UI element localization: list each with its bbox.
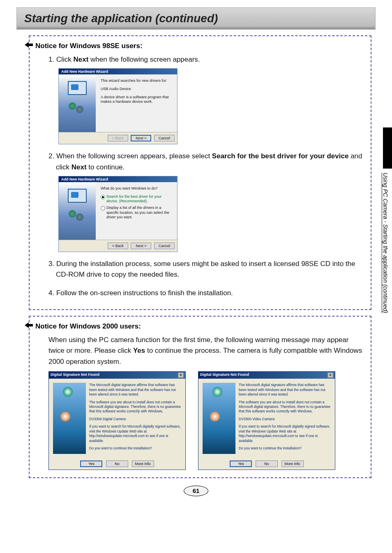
- wizard-screenshot-2: Add New Hardware Wizard What do you want…: [58, 176, 178, 252]
- step2-post: to continue.: [87, 163, 125, 171]
- dsig1-text: The Microsoft digital signature affirms …: [89, 383, 181, 454]
- dsig1-device: DV3300 Digital Camera: [89, 417, 181, 421]
- pointing-hand-icon: [24, 41, 34, 49]
- dsig2-titlebar: Digital Signature Not Found ×: [198, 372, 335, 379]
- dsig-row: Digital Signature Not Found × The Micros…: [48, 371, 365, 470]
- side-tab-label: Using PC Camera - Starting the applicati…: [382, 173, 389, 313]
- dsig2-moreinfo-button[interactable]: More Info: [281, 460, 304, 467]
- step-3: 3. During the installation process, some…: [48, 259, 365, 280]
- dsig2-graphic: [203, 383, 235, 454]
- page-title-bar: Starting the application (continued): [16, 7, 376, 30]
- step1-pre: 1. Click: [48, 56, 73, 63]
- wizard2-option-1[interactable]: Search for the best driver for your devi…: [101, 194, 172, 204]
- wizard-screenshot-1: Add New Hardware Wizard This wizard sear…: [58, 68, 178, 144]
- dsig1-title: Digital Signature Not Found: [51, 373, 99, 378]
- dsig2-p4: Do you want to continue the installation…: [239, 446, 331, 451]
- step2-bold1: Search for the best driver for your devi…: [212, 152, 349, 160]
- dsig1-body: The Microsoft digital signature affirms …: [49, 379, 185, 458]
- wizard2-sidebar: [59, 182, 96, 240]
- close-icon[interactable]: ×: [327, 373, 333, 378]
- notice-98se-header: Notice for Windows 98SE users:: [35, 42, 365, 50]
- wizard2-buttonbar: < Back Next > Cancel: [59, 240, 177, 252]
- wizard1-body: This wizard searches for new drivers for…: [59, 74, 177, 132]
- monitor-icon: [68, 189, 87, 203]
- notice-2000-block: Notice for Windows 2000 users: When usin…: [29, 316, 371, 478]
- dsig1-titlebar: Digital Signature Not Found ×: [49, 372, 185, 379]
- dsig2-yes-button[interactable]: Yes: [230, 460, 252, 467]
- step1-bold: Next: [73, 56, 88, 63]
- page-title: Starting the application (continued): [24, 12, 368, 25]
- dsig2-device: DV3300 Video Camera: [239, 417, 331, 421]
- dsig1-moreinfo-button[interactable]: More Info: [132, 460, 154, 467]
- step-1: 1. Click Next when the following screen …: [48, 54, 365, 65]
- dsig-dialog-1: Digital Signature Not Found × The Micros…: [48, 371, 186, 470]
- dsig1-p3: If you want to search for Microsoft digi…: [89, 424, 181, 443]
- wizard2-content: What do you want Windows to do? Search f…: [96, 182, 177, 240]
- dsig1-no-button[interactable]: No: [106, 460, 128, 467]
- step2-bold2: Next: [71, 163, 87, 171]
- dsig2-p3: If you want to search for Microsoft digi…: [239, 424, 331, 443]
- step-2: 2. When the following screen appears, pl…: [48, 151, 365, 173]
- dsig-dialog-2: Digital Signature Not Found × The Micros…: [198, 371, 335, 470]
- dsig2-text: The Microsoft digital signature affirms …: [239, 383, 331, 454]
- wizard1-buttonbar: < Back Next > Cancel: [59, 132, 177, 144]
- n2000-bold: Yes: [133, 347, 145, 354]
- dsig1-buttonbar: Yes No More Info: [49, 458, 185, 470]
- wizard2-back-button[interactable]: < Back: [108, 243, 128, 249]
- wizard1-cancel-button[interactable]: Cancel: [154, 135, 175, 141]
- dsig2-body: The Microsoft digital signature affirms …: [198, 379, 335, 458]
- dsig1-graphic: [53, 383, 86, 454]
- step-4: 4. Follow the on-screen instructions to …: [48, 288, 365, 298]
- step2-pre: 2. When the following screen appears, pl…: [48, 152, 212, 160]
- wizard1-content: This wizard searches for new drivers for…: [96, 74, 177, 132]
- dsig1-p4: Do you want to continue the installation…: [89, 446, 181, 451]
- dsig1-p2: The software you are about to install do…: [89, 400, 181, 414]
- side-tab: Using PC Camera - Starting the applicati…: [376, 127, 392, 382]
- wizard1-line1: This wizard searches for new drivers for…: [101, 79, 172, 83]
- dsig1-yes-button[interactable]: Yes: [80, 460, 102, 467]
- dsig2-p1: The Microsoft digital signature affirms …: [239, 383, 331, 397]
- notice-98se-block: Notice for Windows 98SE users: 1. Click …: [29, 35, 371, 310]
- dsig2-buttonbar: Yes No More Info: [198, 458, 335, 470]
- wizard2-prompt: What do you want Windows to do?: [101, 186, 172, 191]
- wizard1-title: Add New Hardware Wizard: [59, 69, 177, 74]
- wizard2-cancel-button[interactable]: Cancel: [154, 243, 175, 249]
- gears-icon: [67, 102, 88, 115]
- notice-2000-body: When using the PC camera function for th…: [48, 335, 365, 367]
- wizard2-body: What do you want Windows to do? Search f…: [59, 182, 177, 240]
- dsig2-p2: The software you are about to install do…: [239, 400, 331, 414]
- notice-2000-header: Notice for Windows 2000 users:: [35, 322, 365, 331]
- page-number: 61: [184, 486, 208, 496]
- wizard1-line2: A device driver is a software program th…: [101, 95, 172, 104]
- dsig2-title: Digital Signature Not Found: [200, 373, 249, 378]
- wizard2-option-2[interactable]: Display a list of all the drivers in a s…: [101, 206, 172, 220]
- side-tab-marker: [383, 127, 392, 169]
- wizard2-title: Add New Hardware Wizard: [59, 176, 177, 182]
- page-number-container: 61: [0, 486, 392, 496]
- step1-post: when the following screen appears.: [88, 56, 200, 63]
- wizard2-next-button[interactable]: Next >: [131, 243, 151, 249]
- monitor-icon: [68, 81, 87, 95]
- wizard1-sidebar: [59, 74, 96, 132]
- dsig1-p1: The Microsoft digital signature affirms …: [89, 383, 181, 397]
- gears-icon: [67, 210, 88, 222]
- dsig2-no-button[interactable]: No: [256, 460, 278, 467]
- pointing-hand-icon: [24, 322, 34, 329]
- wizard1-device: USB Audio Device: [101, 87, 172, 92]
- wizard1-next-button[interactable]: Next >: [131, 135, 151, 141]
- wizard1-back-button[interactable]: < Back: [108, 135, 128, 141]
- close-icon[interactable]: ×: [178, 373, 184, 378]
